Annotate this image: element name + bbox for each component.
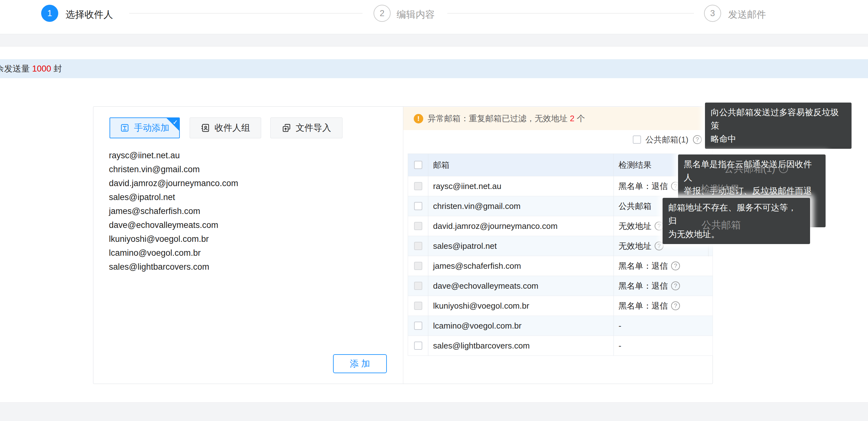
row-email: david.jamroz@journeymanco.com [428, 216, 614, 236]
step-2-circle: 2 [374, 5, 391, 22]
quota-value: 1000 [32, 64, 51, 73]
tooltip-public-mailbox: 向公共邮箱发送过多容易被反垃圾策 略命中 [705, 102, 851, 149]
email-line: sales@lightbarcovers.com [109, 260, 381, 274]
check-icon: ✓ [173, 118, 178, 126]
email-line: james@schaferfish.com [109, 204, 381, 218]
invalid-count: 2 [570, 114, 574, 123]
bulk-mail-recipient-page: 1 选择收件人 2 编辑内容 3 发送邮件 余发送量 1000 封 手动添加 ✓ [0, 0, 868, 421]
row-checkbox[interactable] [414, 322, 422, 330]
step-connector [447, 13, 694, 13]
row-checkbox [414, 222, 422, 230]
public-mailbox-checkbox[interactable] [633, 136, 641, 144]
recipients-card: 手动添加 ✓ 收件人组 文件 [93, 107, 713, 384]
tab-file-import[interactable]: 文件导入 [270, 117, 342, 138]
contacts-icon [201, 123, 210, 132]
email-line: sales@ipatrol.net [109, 190, 381, 204]
help-icon[interactable]: ? [655, 242, 663, 250]
row-check-result: - [614, 336, 713, 356]
help-icon: ? [779, 164, 788, 173]
step-3-label: 发送邮件 [728, 8, 766, 21]
step-3-circle: 3 [704, 5, 721, 22]
row-checkbox [414, 182, 422, 190]
table-header: 邮箱 检测结果 [408, 154, 713, 176]
row-email: sales@ipatrol.net [428, 236, 614, 256]
email-line: lcamino@voegol.com.br [109, 246, 381, 260]
file-import-icon [282, 123, 291, 132]
tab-file-import-label: 文件导入 [296, 122, 331, 134]
row-email: sales@lightbarcovers.com [428, 336, 614, 356]
help-icon[interactable]: ? [671, 301, 680, 310]
ghost-public-mailbox-header: 公共邮箱(1)? [724, 162, 788, 175]
row-email: raysc@iinet.net.au [428, 176, 614, 196]
ghost-result-header: 检测结果 [701, 183, 740, 196]
help-icon[interactable]: ? [671, 262, 680, 270]
row-check-result: 黑名单：退信? [614, 256, 713, 276]
row-checkbox [414, 262, 422, 270]
email-line: christen.vin@gmail.com [109, 162, 381, 176]
email-column-header: 邮箱 [428, 154, 614, 176]
help-icon[interactable]: ? [655, 221, 663, 231]
email-line: dave@echovalleymeats.com [109, 218, 381, 232]
row-check-result: 黑名单：退信? [614, 276, 713, 296]
row-email: lkuniyoshi@voegol.com.br [428, 296, 614, 315]
step-connector [129, 13, 363, 13]
help-icon[interactable]: ? [671, 281, 680, 290]
step-2-label: 编辑内容 [397, 8, 435, 21]
row-email: dave@echovalleymeats.com [428, 276, 614, 296]
manual-input-icon [120, 123, 129, 132]
email-input-area[interactable]: raysc@iinet.net.auchristen.vin@gmail.com… [109, 148, 381, 351]
row-email: james@schaferfish.com [428, 256, 614, 276]
tab-recipient-group[interactable]: 收件人组 [190, 117, 261, 138]
tab-manual-add-label: 手动添加 [134, 122, 169, 134]
email-line: raysc@iinet.net.au [109, 148, 381, 162]
public-mailbox-filter: 公共邮箱(1) ? [633, 133, 702, 146]
row-email: christen.vin@gmail.com [428, 196, 614, 216]
row-checkbox[interactable] [414, 341, 422, 350]
row-email: lcamino@voegol.com.br [428, 316, 614, 335]
top-grey-band [0, 34, 868, 47]
bottom-grey-band [0, 402, 868, 421]
ghost-public-mailbox-cell: 公共邮箱 [702, 218, 741, 232]
table-row: james@schaferfish.com黑名单：退信? [408, 256, 713, 276]
row-check-result: 黑名单：退信? [614, 296, 713, 315]
quota-text: 余发送量 1000 封 [0, 63, 62, 74]
table-row: lcamino@voegol.com.br- [408, 315, 713, 335]
step-1-label: 选择收件人 [65, 8, 113, 21]
table-row: lkuniyoshi@voegol.com.br黑名单：退信? [408, 296, 713, 315]
row-check-result: - [614, 316, 713, 335]
table-row: sales@lightbarcovers.com- [408, 335, 713, 356]
panel-divider [403, 107, 403, 384]
step-1-circle: 1 [41, 5, 58, 22]
table-row: raysc@iinet.net.au黑名单：退信? [408, 176, 713, 196]
public-mailbox-label: 公共邮箱(1) [646, 134, 688, 145]
select-all-checkbox[interactable] [414, 161, 422, 169]
help-icon[interactable]: ? [693, 135, 702, 144]
tab-manual-add[interactable]: 手动添加 ✓ [110, 117, 180, 138]
row-checkbox[interactable] [414, 202, 422, 210]
row-checkbox [414, 302, 422, 310]
email-line: david.jamroz@journeymanco.com [109, 176, 381, 190]
check-result-table: 邮箱 检测结果 raysc@iinet.net.au黑名单：退信?christe… [408, 153, 713, 356]
row-checkbox [414, 282, 422, 290]
quota-bar: 余发送量 1000 封 [0, 59, 868, 78]
email-line: lkuniyoshi@voegol.com.br [109, 232, 381, 246]
table-row: dave@echovalleymeats.com黑名单：退信? [408, 276, 713, 296]
add-button[interactable]: 添 加 [333, 354, 387, 373]
warning-icon: ! [414, 114, 423, 123]
warning-text: 异常邮箱：重复邮箱已过滤，无效地址 2 个 [428, 113, 585, 124]
abnormal-warning-bar: ! 异常邮箱：重复邮箱已过滤，无效地址 2 个 [403, 107, 713, 130]
row-checkbox [414, 242, 422, 250]
tab-recipient-group-label: 收件人组 [215, 122, 250, 134]
